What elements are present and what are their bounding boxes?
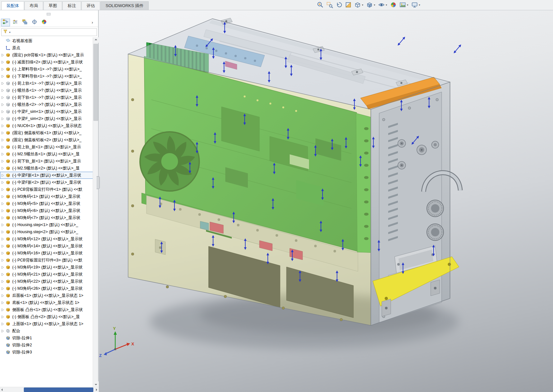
expander-icon[interactable] [1,188,5,191]
filter-funnel-icon[interactable] [3,29,8,35]
zoom-to-fit-button[interactable] [317,1,324,8]
dropdown-arrow-icon[interactable]: ▼ [407,4,409,6]
propertymanager-tab[interactable] [11,19,20,26]
expander-icon[interactable] [1,245,5,248]
tree-item-25[interactable]: (-) M3角码<6> (默认) <<默认>_显示状 [0,207,93,214]
tree-item-5[interactable]: (-) 上塑料导轨<1> ->? (默认) <<默认>_ [0,66,93,73]
display-style-button[interactable]: ▼ [366,1,376,8]
expander-icon[interactable] [1,238,5,241]
ribbon-tab-5[interactable]: 评估 [81,1,100,10]
expander-icon[interactable] [1,54,5,57]
tree-filter-bar[interactable]: ▼ [1,28,97,36]
tree-item-32[interactable]: (-) PCB背板固定打印件<3> (默认) <<默 [0,257,93,264]
expander-icon[interactable] [1,146,5,149]
tree-item-24[interactable]: (-) M3角码<5> (默认) <<默认>_显示状 [0,200,93,207]
expander-icon[interactable] [1,117,5,120]
tree-item-1[interactable]: 右视基准面 [0,37,93,44]
expander-icon[interactable] [1,75,5,78]
expander-icon[interactable] [1,96,5,99]
tree-item-38[interactable]: 底板<1> (默认) <<默认>_显示状态 1> [0,299,93,306]
expander-icon[interactable] [1,273,5,276]
expander-icon[interactable] [1,266,5,269]
display-manager-appearances-tab[interactable] [40,19,49,26]
tree-item-19[interactable]: (-) M2.5螺丝条<2> (默认) <<默认>_显 [0,165,93,172]
expander-icon[interactable] [1,202,5,205]
tree-item-13[interactable]: (-) NUC6<1> (默认) <<默认>_显示状态 [0,122,93,129]
tree-item-37[interactable]: 后面板<1> (默认) <<默认>_显示状态 1> [0,292,93,299]
ribbon-tab-1[interactable]: 装配体 [1,1,24,10]
expander-icon[interactable] [1,103,5,106]
scroll-down-button[interactable] [93,381,98,387]
panel-splitter-handle[interactable] [97,176,100,189]
expander-icon[interactable] [1,301,5,304]
panel-tabs-overflow-chevron[interactable]: › [92,20,93,25]
expander-icon[interactable] [1,110,5,113]
dropdown-arrow-icon[interactable]: ▼ [418,4,421,6]
tree-item-26[interactable]: (-) M3角码<7> (默认) <<默认>_显示状 [0,214,93,221]
tree-item-44[interactable]: 切除-拉伸2 [0,342,93,349]
tree-item-11[interactable]: (-) 中梁F_sim<1> (默认) <<默认>_显示 [0,108,93,115]
expander-icon[interactable] [1,153,5,156]
expander-icon[interactable] [1,160,5,163]
expander-icon[interactable] [1,315,5,318]
panel-collapse-handle[interactable] [47,13,51,15]
view-orientation-button[interactable]: ▼ [354,1,364,8]
tree-item-12[interactable]: (-) 中梁F_sim<2> (默认) <<默认>_显示 [0,115,93,122]
tree-horizontal-scrollbar[interactable] [0,387,98,392]
tree-item-3[interactable]: (固定) pcb背板<1> (默认) <<默认>_显示 [0,51,93,59]
expander-icon[interactable] [1,167,5,170]
zoom-area-button[interactable] [326,1,333,8]
expander-icon[interactable] [1,308,5,311]
tree-item-16[interactable]: (-) 前上轨_新<1> (默认) <<默认>_显示 [0,143,93,150]
expander-icon[interactable] [1,82,5,85]
expander-icon[interactable] [1,68,5,71]
expander-icon[interactable] [1,132,5,134]
horizontal-scrollbar-thumb[interactable] [24,387,93,392]
dropdown-arrow-icon[interactable]: ▼ [385,4,388,6]
expander-icon[interactable] [1,124,5,127]
tree-item-36[interactable]: (-) M3角码<26> (默认) <<默认>_显示状 [0,285,93,292]
tree-item-43[interactable]: 切除-拉伸1 [0,334,93,342]
expander-icon[interactable] [1,139,5,141]
tree-item-8[interactable]: (-) 螺丝条<1> ->? (默认) <<默认>_显示 [0,87,93,94]
tree-item-4[interactable]: (-) 减面扫描<2> (默认) <<默认>_显示状 [0,59,93,66]
ribbon-tab-2[interactable]: 布局 [24,1,43,10]
dropdown-arrow-icon[interactable]: ▼ [373,4,376,6]
tree-item-39[interactable]: 侧面板 凸台<1> (默认) <<默认>_显示状 [0,306,93,313]
configurationmanager-tab[interactable] [20,19,29,26]
tree-item-9[interactable]: (-) 前下轨<1> ->? (默认) <<默认>_显示 [0,94,93,101]
tree-item-6[interactable]: (-) 下塑料导轨<1> ->? (默认) <<默认>_ [0,73,93,80]
view-settings-button[interactable]: ▼ [411,1,421,8]
dropdown-arrow-icon[interactable]: ▼ [361,4,364,6]
expander-icon[interactable] [1,174,5,177]
tree-item-41[interactable]: 上面版<1> (默认) <<默认>_显示状态 1> [0,320,93,327]
tree-item-7[interactable]: (-) 前上轨<1> ->? (默认) <<默认>_显示 [0,80,93,87]
dimxpertmanager-tab[interactable] [30,19,39,26]
tree-item-10[interactable]: (-) 螺丝条<2> ->? (默认) <<默认>_显示 [0,101,93,108]
filter-dropdown-arrow-icon[interactable]: ▼ [9,31,11,33]
section-view-button[interactable] [345,1,352,8]
tree-item-34[interactable]: (-) M3角码<21> (默认) <<默认>_显示状 [0,271,93,278]
tree-item-22[interactable]: (-) PCB背板固定打印件<1> (默认) <<默 [0,186,93,193]
expander-icon[interactable] [1,231,5,233]
expander-icon[interactable] [1,223,5,226]
tree-item-15[interactable]: (固定) 侧盖板铝板<2> (默认) <<默认>_ [0,136,93,143]
tree-item-31[interactable]: (-) M3角码<16> (默认) <<默认>_显示状 [0,250,93,257]
tree-item-20[interactable]: (-) 中梁F新<1> (默认) <<默认>_显示状 [0,172,93,179]
expander-icon[interactable] [1,181,5,184]
hide-show-items-button[interactable]: ▼ [378,1,388,8]
tree-item-23[interactable]: (-) M3角码<1> (默认) <<默认>_显示状 [0,193,93,200]
tree-item-33[interactable]: (-) M3角码<19> (默认) <<默认>_显示状 [0,264,93,271]
graphics-viewport[interactable]: Y X Z [99,10,553,392]
ribbon-tab-6[interactable]: SOLIDWORKS 插件 [100,1,149,10]
scroll-up-button[interactable] [93,37,98,43]
vertical-scrollbar-thumb[interactable] [93,44,98,121]
tree-item-14[interactable]: (固定) 侧盖板铝板<1> (默认) <<默认>_ [0,129,93,136]
expander-icon[interactable] [1,259,5,262]
tree-item-40[interactable]: (-) 侧面板 凸台<2> (默认) <<默认>_显 [0,313,93,320]
featuremanager-design-tree-tab[interactable] [1,19,10,26]
expander-icon[interactable] [1,323,5,325]
tree-item-2[interactable]: 原点 [0,44,93,51]
tree-item-29[interactable]: (-) M3角码<12> (默认) <<默认>_显示状 [0,235,93,242]
tree-item-18[interactable]: (-) 前下轨_新<1> (默认) <<默认>_显示 [0,158,93,165]
